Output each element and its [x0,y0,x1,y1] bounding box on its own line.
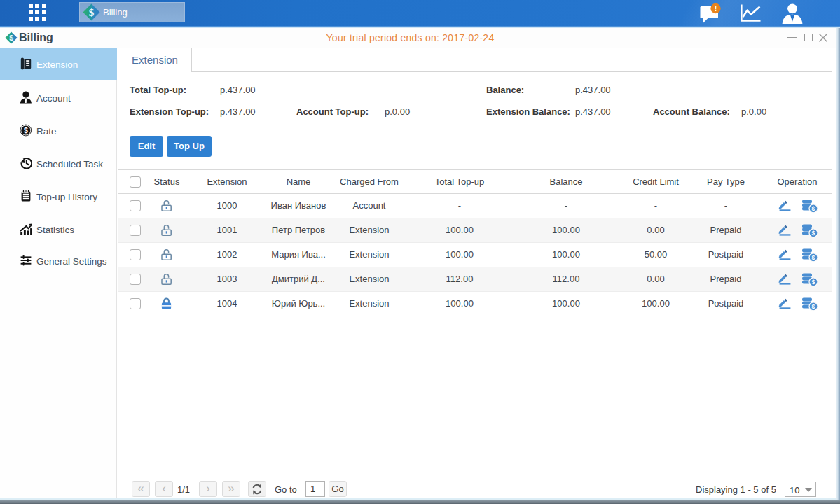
svg-text:$: $ [811,230,815,237]
svg-text:$: $ [811,254,815,261]
svg-text:$: $ [811,279,815,286]
svg-text:$: $ [24,125,28,134]
svg-text:$: $ [811,205,815,212]
svg-text:$: $ [89,7,95,18]
svg-text:$: $ [811,303,815,310]
svg-text:!: ! [715,4,717,13]
